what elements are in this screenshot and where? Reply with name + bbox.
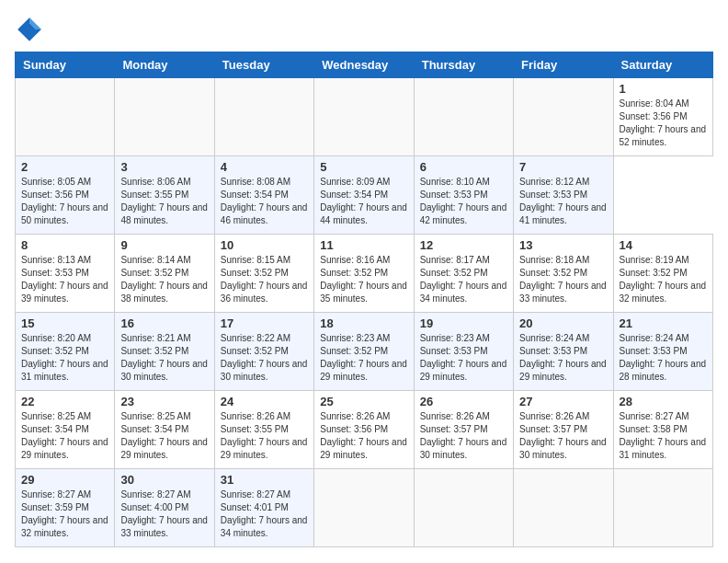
day-info: Sunrise: 8:18 AM Sunset: 3:52 PM Dayligh… — [519, 254, 607, 305]
calendar-cell: 20Sunrise: 8:24 AM Sunset: 3:53 PM Dayli… — [514, 313, 613, 391]
day-number: 20 — [519, 316, 607, 330]
calendar-cell: 6Sunrise: 8:10 AM Sunset: 3:53 PM Daylig… — [414, 156, 513, 235]
day-number: 7 — [519, 160, 607, 174]
day-info: Sunrise: 8:23 AM Sunset: 3:52 PM Dayligh… — [320, 332, 407, 384]
day-info: Sunrise: 8:26 AM Sunset: 3:56 PM Dayligh… — [320, 410, 407, 462]
calendar-cell — [314, 78, 414, 156]
header-day-monday: Monday — [115, 52, 214, 78]
calendar-cell: 3Sunrise: 8:06 AM Sunset: 3:55 PM Daylig… — [115, 156, 214, 235]
day-number: 3 — [120, 160, 208, 174]
day-number: 12 — [420, 238, 507, 252]
calendar-cell: 19Sunrise: 8:23 AM Sunset: 3:53 PM Dayli… — [414, 313, 513, 391]
calendar-cell: 30Sunrise: 8:27 AM Sunset: 4:00 PM Dayli… — [115, 469, 214, 547]
header-day-thursday: Thursday — [414, 52, 513, 78]
day-info: Sunrise: 8:06 AM Sunset: 3:55 PM Dayligh… — [120, 176, 208, 227]
day-info: Sunrise: 8:27 AM Sunset: 3:58 PM Dayligh… — [620, 410, 707, 462]
day-info: Sunrise: 8:25 AM Sunset: 3:54 PM Dayligh… — [120, 410, 208, 462]
day-number: 25 — [320, 395, 407, 408]
header-day-saturday: Saturday — [613, 52, 712, 78]
calendar-week-2: 2Sunrise: 8:05 AM Sunset: 3:56 PM Daylig… — [16, 156, 713, 235]
day-number: 18 — [320, 316, 407, 330]
day-number: 10 — [221, 238, 308, 252]
calendar-cell: 18Sunrise: 8:23 AM Sunset: 3:52 PM Dayli… — [314, 313, 414, 391]
header-day-wednesday: Wednesday — [314, 52, 414, 78]
calendar-cell: 1Sunrise: 8:04 AM Sunset: 3:56 PM Daylig… — [613, 78, 712, 156]
day-info: Sunrise: 8:15 AM Sunset: 3:52 PM Dayligh… — [221, 254, 308, 305]
day-number: 11 — [320, 238, 407, 252]
day-number: 8 — [21, 238, 108, 252]
day-info: Sunrise: 8:27 AM Sunset: 4:01 PM Dayligh… — [221, 488, 308, 540]
calendar-cell: 14Sunrise: 8:19 AM Sunset: 3:52 PM Dayli… — [613, 235, 712, 313]
day-number: 2 — [21, 160, 108, 174]
calendar-cell: 7Sunrise: 8:12 AM Sunset: 3:53 PM Daylig… — [514, 156, 613, 235]
day-number: 5 — [320, 160, 407, 174]
day-info: Sunrise: 8:22 AM Sunset: 3:52 PM Dayligh… — [221, 332, 308, 384]
day-info: Sunrise: 8:05 AM Sunset: 3:56 PM Dayligh… — [21, 176, 108, 227]
calendar-cell: 26Sunrise: 8:26 AM Sunset: 3:57 PM Dayli… — [414, 391, 513, 469]
day-number: 6 — [420, 160, 507, 174]
calendar-cell: 5Sunrise: 8:09 AM Sunset: 3:54 PM Daylig… — [314, 156, 414, 235]
day-info: Sunrise: 8:20 AM Sunset: 3:52 PM Dayligh… — [21, 332, 108, 384]
day-info: Sunrise: 8:16 AM Sunset: 3:52 PM Dayligh… — [320, 254, 407, 305]
day-info: Sunrise: 8:24 AM Sunset: 3:53 PM Dayligh… — [620, 332, 707, 384]
calendar-cell — [514, 78, 613, 156]
day-info: Sunrise: 8:10 AM Sunset: 3:53 PM Dayligh… — [420, 176, 507, 227]
day-info: Sunrise: 8:21 AM Sunset: 3:52 PM Dayligh… — [120, 332, 208, 384]
calendar-cell: 9Sunrise: 8:14 AM Sunset: 3:52 PM Daylig… — [115, 235, 214, 313]
calendar-cell: 13Sunrise: 8:18 AM Sunset: 3:52 PM Dayli… — [514, 235, 613, 313]
day-info: Sunrise: 8:14 AM Sunset: 3:52 PM Dayligh… — [120, 254, 208, 305]
header-day-sunday: Sunday — [16, 52, 115, 78]
calendar-cell — [414, 78, 513, 156]
calendar-cell: 31Sunrise: 8:27 AM Sunset: 4:01 PM Dayli… — [214, 469, 313, 547]
calendar-cell: 27Sunrise: 8:26 AM Sunset: 3:57 PM Dayli… — [514, 391, 613, 469]
calendar-cell — [613, 469, 712, 547]
calendar-cell — [314, 469, 414, 547]
day-info: Sunrise: 8:26 AM Sunset: 3:55 PM Dayligh… — [221, 410, 308, 462]
calendar-cell: 12Sunrise: 8:17 AM Sunset: 3:52 PM Dayli… — [414, 235, 513, 313]
day-number: 16 — [120, 316, 208, 330]
day-info: Sunrise: 8:09 AM Sunset: 3:54 PM Dayligh… — [320, 176, 407, 227]
calendar-header-row: SundayMondayTuesdayWednesdayThursdayFrid… — [16, 52, 713, 78]
calendar-week-5: 22Sunrise: 8:25 AM Sunset: 3:54 PM Dayli… — [16, 391, 713, 469]
calendar-cell: 25Sunrise: 8:26 AM Sunset: 3:56 PM Dayli… — [314, 391, 414, 469]
calendar-week-4: 15Sunrise: 8:20 AM Sunset: 3:52 PM Dayli… — [16, 313, 713, 391]
calendar-cell: 11Sunrise: 8:16 AM Sunset: 3:52 PM Dayli… — [314, 235, 414, 313]
day-number: 1 — [620, 82, 707, 96]
calendar-cell: 23Sunrise: 8:25 AM Sunset: 3:54 PM Dayli… — [115, 391, 214, 469]
day-info: Sunrise: 8:23 AM Sunset: 3:53 PM Dayligh… — [420, 332, 507, 384]
calendar-cell — [115, 78, 214, 156]
day-info: Sunrise: 8:13 AM Sunset: 3:53 PM Dayligh… — [21, 254, 108, 305]
day-info: Sunrise: 8:12 AM Sunset: 3:53 PM Dayligh… — [519, 176, 607, 227]
day-number: 28 — [620, 395, 707, 408]
calendar-cell: 22Sunrise: 8:25 AM Sunset: 3:54 PM Dayli… — [16, 391, 115, 469]
calendar-table: SundayMondayTuesdayWednesdayThursdayFrid… — [15, 52, 713, 547]
header-day-tuesday: Tuesday — [214, 52, 313, 78]
calendar-cell — [16, 78, 115, 156]
calendar-cell: 24Sunrise: 8:26 AM Sunset: 3:55 PM Dayli… — [214, 391, 313, 469]
day-number: 19 — [420, 316, 507, 330]
day-info: Sunrise: 8:08 AM Sunset: 3:54 PM Dayligh… — [221, 176, 308, 227]
calendar-cell: 15Sunrise: 8:20 AM Sunset: 3:52 PM Dayli… — [16, 313, 115, 391]
calendar-cell — [514, 469, 613, 547]
calendar-cell — [214, 78, 313, 156]
day-number: 21 — [620, 316, 707, 330]
day-number: 17 — [221, 316, 308, 330]
day-number: 4 — [221, 160, 308, 174]
day-number: 30 — [120, 473, 208, 487]
calendar-cell: 21Sunrise: 8:24 AM Sunset: 3:53 PM Dayli… — [613, 313, 712, 391]
calendar-cell: 4Sunrise: 8:08 AM Sunset: 3:54 PM Daylig… — [214, 156, 313, 235]
day-info: Sunrise: 8:17 AM Sunset: 3:52 PM Dayligh… — [420, 254, 507, 305]
calendar-week-3: 8Sunrise: 8:13 AM Sunset: 3:53 PM Daylig… — [16, 235, 713, 313]
calendar-cell: 28Sunrise: 8:27 AM Sunset: 3:58 PM Dayli… — [613, 391, 712, 469]
day-info: Sunrise: 8:26 AM Sunset: 3:57 PM Dayligh… — [519, 410, 607, 462]
day-number: 23 — [120, 395, 208, 408]
day-number: 14 — [620, 238, 707, 252]
day-number: 31 — [221, 473, 308, 487]
day-number: 22 — [21, 395, 108, 408]
calendar-cell — [414, 469, 513, 547]
logo — [15, 15, 48, 44]
day-info: Sunrise: 8:04 AM Sunset: 3:56 PM Dayligh… — [620, 98, 707, 149]
day-number: 24 — [221, 395, 308, 408]
logo-icon — [15, 15, 44, 44]
calendar-cell: 17Sunrise: 8:22 AM Sunset: 3:52 PM Dayli… — [214, 313, 313, 391]
